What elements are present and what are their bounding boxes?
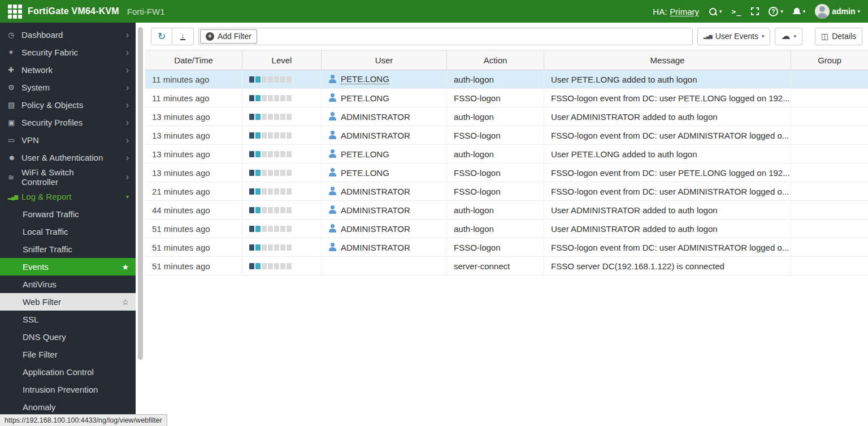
column-header-action[interactable]: Action bbox=[447, 50, 544, 70]
details-button[interactable]: ◫ Details bbox=[815, 28, 862, 45]
ha-status[interactable]: HA: Primary bbox=[653, 7, 699, 16]
level-cell bbox=[242, 145, 322, 163]
user-link[interactable]: ADMINISTRATOR bbox=[341, 205, 410, 215]
user-link[interactable]: PETE.LONG bbox=[341, 74, 389, 84]
sidebar-item-sniffer-traffic[interactable]: Sniffer Traffic bbox=[0, 240, 136, 258]
star-icon[interactable]: ★ bbox=[121, 263, 129, 271]
log-location-selector[interactable]: ☁ ▾ bbox=[775, 28, 802, 45]
level-segment bbox=[262, 226, 267, 232]
group-cell bbox=[791, 163, 868, 182]
user-icon bbox=[328, 205, 337, 214]
policy-icon: ▤ bbox=[8, 101, 21, 109]
sidebar-item-log-report[interactable]: ▂▄▆ Log & Report ▾ bbox=[0, 188, 136, 205]
log-table-row[interactable]: 13 minutes ago PETE.LONG FSSO-logon FSSO… bbox=[145, 163, 868, 182]
sidebar-item-intrusion-prevention[interactable]: Intrusion Prevention bbox=[0, 381, 136, 398]
log-filter-bar[interactable]: + Add Filter bbox=[198, 28, 693, 45]
user-link[interactable]: PETE.LONG bbox=[341, 168, 389, 178]
level-segment bbox=[255, 170, 261, 176]
user-link[interactable]: PETE.LONG bbox=[341, 93, 389, 103]
datetime-cell: 51 minutes ago bbox=[145, 257, 242, 275]
sidebar-item-policy-objects[interactable]: ▤ Policy & Objects › bbox=[0, 96, 136, 114]
level-indicator bbox=[249, 132, 292, 139]
sidebar-item-security-profiles[interactable]: ▣ Security Profiles › bbox=[0, 114, 136, 131]
level-segment bbox=[287, 263, 292, 269]
message-cell: User ADMINISTRATOR added to auth logon bbox=[544, 107, 791, 126]
level-segment bbox=[280, 151, 285, 157]
level-segment bbox=[287, 132, 292, 139]
user-cell bbox=[322, 257, 447, 275]
message-cell: FSSO-logon event from DC: user ADMINISTR… bbox=[544, 126, 791, 144]
level-segment bbox=[268, 114, 273, 120]
log-table-row[interactable]: 21 minutes ago ADMINISTRATOR FSSO-logon … bbox=[145, 182, 868, 201]
log-table-body: 11 minutes ago PETE.LONG auth-logon User… bbox=[145, 70, 868, 276]
level-segment bbox=[287, 170, 292, 176]
column-header-message[interactable]: Message bbox=[544, 50, 791, 70]
admin-menu[interactable]: admin ▾ bbox=[815, 4, 860, 19]
notifications-menu[interactable]: ▾ bbox=[793, 8, 806, 15]
sidebar-item-security-fabric[interactable]: ✶ Security Fabric › bbox=[0, 44, 136, 61]
sidebar-item-network[interactable]: ✚ Network › bbox=[0, 61, 136, 79]
user-icon bbox=[328, 168, 337, 177]
column-header-user[interactable]: User bbox=[322, 50, 447, 70]
sidebar-item-wifi-switch-controller[interactable]: ≋ WiFi & Switch Controller › bbox=[0, 166, 136, 188]
level-segment bbox=[255, 132, 261, 139]
chevron-icon: ▾ bbox=[126, 194, 129, 200]
add-filter-button[interactable]: + Add Filter bbox=[200, 29, 257, 44]
log-table-row[interactable]: 13 minutes ago ADMINISTRATOR auth-logon … bbox=[145, 107, 868, 126]
user-link[interactable]: ADMINISTRATOR bbox=[341, 112, 410, 122]
user-link[interactable]: ADMINISTRATOR bbox=[341, 224, 410, 234]
sidebar-item-web-filter[interactable]: Web Filter ☆ bbox=[0, 293, 136, 311]
star-icon[interactable]: ☆ bbox=[121, 298, 129, 306]
sidebar-item-dns-query[interactable]: DNS Query bbox=[0, 328, 136, 346]
sidebar-item-dashboard[interactable]: ◷ Dashboard › bbox=[0, 26, 136, 44]
fullscreen-button[interactable] bbox=[751, 7, 759, 15]
level-segment bbox=[249, 114, 254, 120]
log-table-row[interactable]: 13 minutes ago PETE.LONG auth-logon User… bbox=[145, 145, 868, 163]
user-link[interactable]: PETE.LONG bbox=[341, 149, 389, 159]
sidebar-scrollbar-track[interactable] bbox=[136, 23, 145, 426]
action-cell: auth-logon bbox=[447, 220, 544, 238]
column-header-group[interactable]: Group bbox=[791, 50, 868, 70]
sidebar-scrollbar-thumb[interactable] bbox=[138, 27, 143, 360]
log-table-row[interactable]: 51 minutes ago ADMINISTRATOR FSSO-logon … bbox=[145, 238, 868, 257]
cli-console-button[interactable]: >_ bbox=[732, 7, 742, 16]
action-cell: FSSO-logon bbox=[447, 126, 544, 144]
topbar-actions: HA: Primary ▾ >_ ? ▾ ▾ a bbox=[653, 4, 860, 19]
help-icon: ? bbox=[769, 7, 778, 16]
user-link[interactable]: ADMINISTRATOR bbox=[341, 131, 410, 140]
sidebar-item-user-authentication[interactable]: ☻ User & Authentication › bbox=[0, 149, 136, 166]
log-view-selector[interactable]: ▂▄▆ User Events ▾ bbox=[697, 28, 771, 45]
user-link[interactable]: ADMINISTRATOR bbox=[341, 187, 410, 196]
sidebar-item-forward-traffic[interactable]: Forward Traffic bbox=[0, 205, 136, 223]
log-table-row[interactable]: 51 minutes ago ADMINISTRATOR auth-logon … bbox=[145, 220, 868, 238]
sidebar-item-local-traffic[interactable]: Local Traffic bbox=[0, 223, 136, 240]
log-table-row[interactable]: 51 minutes ago server-connect FSSO serve… bbox=[145, 257, 868, 276]
user-icon bbox=[328, 243, 337, 252]
log-table-row[interactable]: 11 minutes ago PETE.LONG FSSO-logon FSSO… bbox=[145, 89, 868, 107]
column-header-datetime[interactable]: Date/Time bbox=[145, 50, 242, 70]
level-segment bbox=[280, 170, 285, 176]
sidebar-item-application-control[interactable]: Application Control bbox=[0, 363, 136, 381]
sidebar-item-label: Local Traffic bbox=[23, 227, 68, 236]
sidebar-item-label: DNS Query bbox=[23, 332, 66, 342]
search-menu[interactable]: ▾ bbox=[709, 7, 722, 16]
log-table-row[interactable]: 11 minutes ago PETE.LONG auth-logon User… bbox=[145, 70, 868, 89]
sidebar-item-system[interactable]: ⚙ System › bbox=[0, 79, 136, 96]
log-table-row[interactable]: 44 minutes ago ADMINISTRATOR auth-logon … bbox=[145, 201, 868, 220]
sidebar-item-label: Security Fabric bbox=[21, 46, 111, 58]
column-header-level[interactable]: Level bbox=[242, 50, 322, 70]
sidebar-item-anomaly[interactable]: Anomaly bbox=[0, 398, 136, 416]
level-segment bbox=[262, 244, 267, 251]
sidebar-item-file-filter[interactable]: File Filter bbox=[0, 346, 136, 363]
sidebar-item-vpn[interactable]: ▭ VPN › bbox=[0, 131, 136, 149]
user-cell: PETE.LONG bbox=[322, 163, 447, 182]
user-link[interactable]: ADMINISTRATOR bbox=[341, 243, 410, 252]
sidebar-item-ssl[interactable]: SSL bbox=[0, 311, 136, 328]
help-menu[interactable]: ? ▾ bbox=[769, 7, 783, 16]
sidebar-item-events[interactable]: Events ★ bbox=[0, 258, 136, 276]
log-table-row[interactable]: 13 minutes ago ADMINISTRATOR FSSO-logon … bbox=[145, 126, 868, 145]
download-button[interactable]: ↓ bbox=[172, 28, 194, 45]
sidebar-item-antivirus[interactable]: AntiVirus bbox=[0, 276, 136, 293]
refresh-button[interactable]: ↻ bbox=[151, 28, 172, 45]
gear-icon: ⚙ bbox=[8, 83, 21, 92]
